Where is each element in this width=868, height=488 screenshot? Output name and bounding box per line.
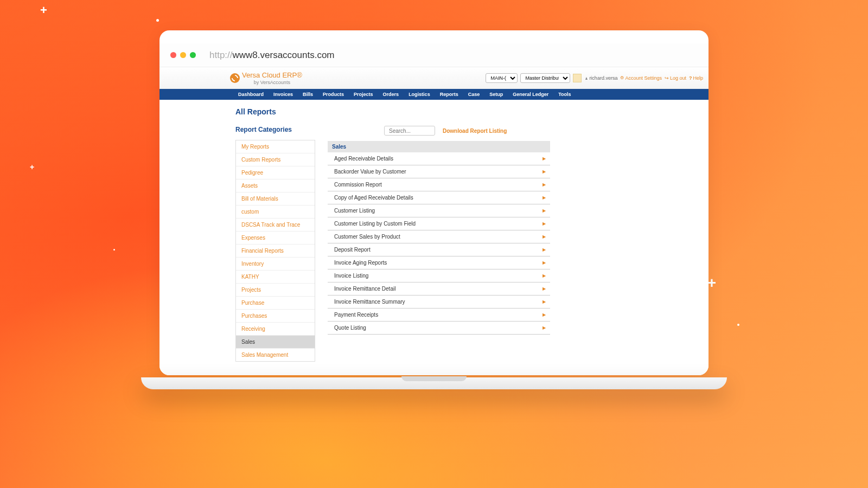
categories-heading: Report Categories [235, 126, 315, 133]
report-name: Quote Listing [334, 325, 366, 331]
menu-item-reports[interactable]: Reports [435, 92, 463, 97]
company-selector[interactable]: Master Distribution [520, 73, 570, 83]
menu-item-projects[interactable]: Projects [349, 92, 378, 97]
report-row[interactable]: Invoice Remittance Summary▶ [328, 296, 550, 309]
play-icon[interactable]: ▶ [542, 247, 546, 252]
category-item[interactable]: custom [236, 206, 315, 219]
play-icon[interactable]: ▶ [542, 208, 546, 213]
report-list: Aged Receivable Details▶Backorder Value … [328, 152, 550, 335]
username-label: richard.versa [584, 75, 617, 81]
report-name: Customer Listing [334, 208, 375, 214]
main-selector[interactable]: MAIN-( [486, 73, 518, 83]
report-row[interactable]: Commission Report▶ [328, 178, 550, 191]
menu-item-dashboard[interactable]: Dashboard [233, 92, 269, 97]
brand-title: Versa Cloud ERP®by VersAccounts [242, 71, 302, 85]
report-name: Invoice Aging Reports [334, 260, 387, 266]
report-row[interactable]: Customer Listing by Custom Field▶ [328, 217, 550, 230]
menu-item-case[interactable]: Case [463, 92, 485, 97]
laptop-frame: http://www8.versaccounts.com Versa Cloud… [141, 30, 727, 389]
account-settings-link[interactable]: Account Settings [620, 75, 662, 81]
category-item[interactable]: Purchases [236, 310, 315, 323]
report-row[interactable]: Invoice Listing▶ [328, 269, 550, 282]
laptop-screen: http://www8.versaccounts.com Versa Cloud… [159, 30, 709, 375]
report-row[interactable]: Payment Receipts▶ [328, 309, 550, 322]
category-item[interactable]: KATHY [236, 271, 315, 284]
report-name: Invoice Listing [334, 273, 368, 279]
report-row[interactable]: Quote Listing▶ [328, 322, 550, 335]
play-icon[interactable]: ▶ [542, 312, 546, 317]
category-item[interactable]: Assets [236, 179, 315, 192]
play-icon[interactable]: ▶ [542, 299, 546, 304]
menu-item-invoices[interactable]: Invoices [269, 92, 298, 97]
play-icon[interactable]: ▶ [542, 325, 546, 330]
report-name: Invoice Remittance Detail [334, 286, 395, 292]
help-link[interactable]: Help [689, 75, 703, 81]
report-row[interactable]: Invoice Remittance Detail▶ [328, 282, 550, 296]
category-item[interactable]: Pedigree [236, 166, 315, 179]
menu-item-bills[interactable]: Bills [298, 92, 318, 97]
menu-item-products[interactable]: Products [318, 92, 349, 97]
category-item[interactable]: Purchase [236, 297, 315, 310]
report-name: Commission Report [334, 182, 382, 188]
category-item[interactable]: Bill of Materials [236, 192, 315, 206]
report-row[interactable]: Deposit Report▶ [328, 243, 550, 256]
category-item[interactable]: Financial Reports [236, 245, 315, 258]
report-name: Customer Listing by Custom Field [334, 221, 416, 227]
menu-item-orders[interactable]: Orders [378, 92, 404, 97]
category-item[interactable]: DSCSA Track and Trace [236, 219, 315, 232]
menu-item-tools[interactable]: Tools [553, 92, 576, 97]
category-item[interactable]: Sales [236, 336, 315, 349]
play-icon[interactable]: ▶ [542, 234, 546, 239]
play-icon[interactable]: ▶ [542, 273, 546, 278]
content-area: All Reports Report Categories My Reports… [159, 100, 709, 362]
report-row[interactable]: Customer Listing▶ [328, 204, 550, 217]
play-icon[interactable]: ▶ [542, 286, 546, 291]
brand-logo[interactable]: Versa Cloud ERP®by VersAccounts [230, 71, 302, 85]
report-row[interactable]: Customer Sales by Product▶ [328, 230, 550, 243]
report-name: Deposit Report [334, 247, 371, 253]
report-row[interactable]: Invoice Aging Reports▶ [328, 256, 550, 269]
maximize-window-icon[interactable] [190, 52, 196, 58]
play-icon[interactable]: ▶ [542, 221, 546, 226]
report-name: Payment Receipts [334, 312, 378, 318]
browser-address-bar: http://www8.versaccounts.com [159, 43, 709, 67]
reports-panel: Download Report Listing Sales Aged Recei… [328, 126, 550, 335]
color-swatch[interactable] [573, 74, 582, 82]
play-icon[interactable]: ▶ [542, 195, 546, 200]
report-name: Customer Sales by Product [334, 234, 400, 240]
report-name: Backorder Value by Customer [334, 169, 406, 175]
category-item[interactable]: Sales Management [236, 349, 315, 361]
dot-icon [156, 19, 159, 22]
menu-item-setup[interactable]: Setup [484, 92, 508, 97]
plus-icon: + [40, 3, 47, 17]
report-name: Invoice Remittance Summary [334, 299, 405, 305]
logout-link[interactable]: Log out [665, 75, 686, 81]
category-item[interactable]: Inventory [236, 258, 315, 271]
play-icon[interactable]: ▶ [542, 169, 546, 174]
menu-item-general-ledger[interactable]: General Ledger [508, 92, 553, 97]
report-row[interactable]: Copy of Aged Receivable Details▶ [328, 191, 550, 204]
report-row[interactable]: Aged Receivable Details▶ [328, 152, 550, 165]
close-window-icon[interactable] [170, 52, 176, 58]
report-name: Aged Receivable Details [334, 156, 393, 162]
download-report-listing-link[interactable]: Download Report Listing [443, 128, 507, 134]
report-group-header: Sales [328, 141, 550, 152]
category-list: My ReportsCustom ReportsPedigreeAssetsBi… [235, 140, 315, 362]
play-icon[interactable]: ▶ [542, 260, 546, 265]
minimize-window-icon[interactable] [180, 52, 186, 58]
categories-panel: Report Categories My ReportsCustom Repor… [235, 126, 315, 362]
category-item[interactable]: Custom Reports [236, 153, 315, 166]
category-item[interactable]: Expenses [236, 232, 315, 245]
report-name: Copy of Aged Receivable Details [334, 195, 413, 201]
category-item[interactable]: Receiving [236, 323, 315, 336]
dot-icon [113, 249, 115, 251]
category-item[interactable]: Projects [236, 284, 315, 297]
page-title: All Reports [235, 107, 703, 116]
search-input[interactable] [384, 126, 435, 136]
main-menu: DashboardInvoicesBillsProductsProjectsOr… [159, 89, 709, 100]
report-row[interactable]: Backorder Value by Customer▶ [328, 165, 550, 178]
play-icon[interactable]: ▶ [542, 156, 546, 161]
menu-item-logistics[interactable]: Logistics [404, 92, 435, 97]
play-icon[interactable]: ▶ [542, 182, 546, 187]
category-item[interactable]: My Reports [236, 140, 315, 153]
